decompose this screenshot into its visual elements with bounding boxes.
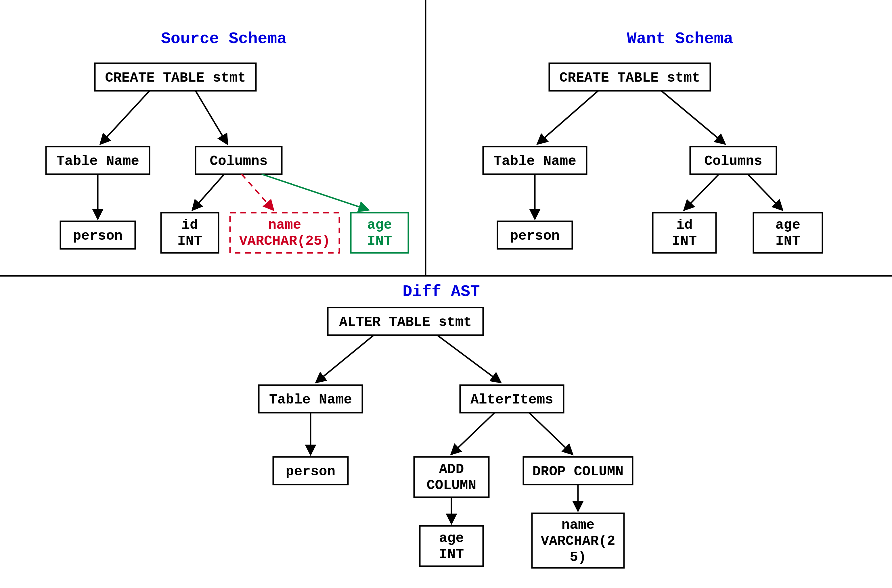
edge <box>452 413 495 454</box>
edge <box>101 91 150 144</box>
diff-add-val-l2: INT <box>439 547 464 562</box>
diff-add-l1: ADD <box>439 462 464 477</box>
source-col-id-l2: INT <box>177 233 202 249</box>
diff-drop-l1: DROP COLUMN <box>533 464 624 479</box>
source-title: Source Schema <box>161 30 287 48</box>
diff-title: Diff AST <box>402 282 480 301</box>
source-col-age-l2: INT <box>367 233 392 249</box>
diff-add-val-l1: age <box>439 531 464 546</box>
want-person-label: person <box>510 228 560 244</box>
want-col-age-l1: age <box>776 217 800 233</box>
diff-add-l2: COLUMN <box>427 478 476 493</box>
diagram-canvas: Source Schema CREATE TABLE stmt Table Na… <box>0 0 892 588</box>
diff-drop-val-l3: 5) <box>570 549 586 565</box>
want-tablename-label: Table Name <box>493 153 576 169</box>
source-root-label: CREATE TABLE stmt <box>105 70 246 86</box>
want-col-id-l1: id <box>676 217 693 233</box>
edge <box>661 91 725 144</box>
edge <box>529 413 572 454</box>
diff-person-label: person <box>286 464 336 479</box>
want-col-age-l2: INT <box>776 233 800 249</box>
source-col-id-l1: id <box>182 217 198 233</box>
edge <box>437 335 500 382</box>
edge <box>195 91 227 144</box>
source-col-name-l1: name <box>268 217 301 233</box>
source-col-age-l1: age <box>367 217 392 233</box>
want-title: Want Schema <box>627 30 733 48</box>
edge <box>193 174 224 210</box>
source-col-name-l2: VARCHAR(25) <box>239 233 330 249</box>
source-columns-label: Columns <box>210 153 268 169</box>
source-person-label: person <box>73 228 123 244</box>
edge <box>316 335 374 382</box>
diff-tablename-label: Table Name <box>269 392 352 408</box>
edge-added <box>262 174 368 210</box>
want-col-id-l2: INT <box>672 233 697 249</box>
want-columns-label: Columns <box>704 153 762 169</box>
diff-root-label: ALTER TABLE stmt <box>339 314 472 330</box>
diff-drop-val-l1: name <box>561 517 595 533</box>
edge <box>748 174 782 210</box>
diff-alteritems-label: AlterItems <box>470 392 553 408</box>
source-tablename-label: Table Name <box>56 153 139 169</box>
edge <box>685 174 719 210</box>
edge-removed <box>242 174 273 210</box>
diff-drop-val-l2: VARCHAR(2 <box>541 533 615 549</box>
edge <box>538 91 598 144</box>
want-root-label: CREATE TABLE stmt <box>559 70 700 86</box>
